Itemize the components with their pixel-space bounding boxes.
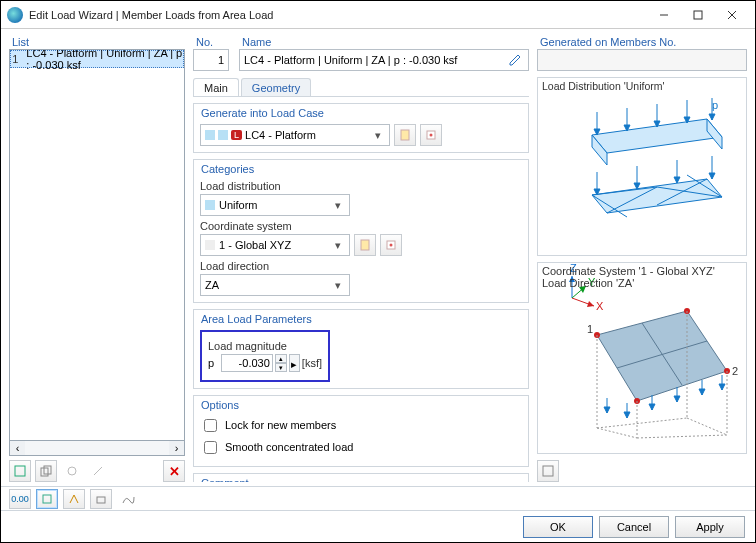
loadcase-group: Generate into Load Case L LC4 - Platform…: [193, 103, 529, 153]
svg-marker-52: [597, 311, 727, 401]
no-value: 1: [218, 54, 224, 66]
scroll-right-icon[interactable]: ›: [169, 441, 184, 455]
lock-checkbox-row[interactable]: Lock for new members: [200, 416, 522, 435]
name-label: Name: [239, 35, 529, 49]
maximize-button[interactable]: [681, 4, 715, 26]
smooth-checkbox-row[interactable]: Smooth concentrated load: [200, 438, 522, 457]
toolbar-button-3[interactable]: [61, 460, 83, 482]
list-item-label: LC4 - Platform | Uniform | ZA | p : -0.0…: [22, 49, 183, 71]
tab-geometry[interactable]: Geometry: [241, 78, 311, 96]
delete-icon: ✕: [169, 464, 180, 479]
magnitude-input[interactable]: [221, 354, 273, 372]
loadcase-combo[interactable]: L LC4 - Platform ▾: [200, 124, 390, 146]
svg-point-13: [390, 243, 393, 246]
toolbar-button-4[interactable]: [87, 460, 109, 482]
svg-text:1: 1: [587, 323, 593, 335]
name-field[interactable]: LC4 - Platform | Uniform | ZA | p : -0.0…: [239, 49, 529, 71]
copy-item-button[interactable]: [35, 460, 57, 482]
direction-combo[interactable]: ZA ▾: [200, 274, 350, 296]
svg-point-10: [430, 133, 433, 136]
loadcase-library-button[interactable]: [420, 124, 442, 146]
loadcase-title: Generate into Load Case: [198, 106, 524, 120]
svg-marker-72: [624, 412, 630, 418]
minimize-button[interactable]: [647, 4, 681, 26]
view-mode-1-button[interactable]: [36, 489, 58, 509]
title-bar: Edit Load Wizard | Member Loads from Are…: [1, 1, 755, 29]
params-title: Area Load Parameters: [198, 312, 524, 326]
params-group: Area Load Parameters Load magnitude p ▴▾…: [193, 309, 529, 389]
chevron-down-icon: ▾: [330, 238, 346, 254]
spin-buttons[interactable]: ▴▾: [275, 354, 287, 372]
svg-marker-47: [587, 301, 594, 307]
svg-rect-4: [15, 466, 25, 476]
svg-line-65: [597, 418, 687, 428]
list-scrollbar[interactable]: ‹ ›: [9, 441, 185, 456]
distribution-combo[interactable]: Uniform ▾: [200, 194, 350, 216]
view-mode-2-button[interactable]: [63, 489, 85, 509]
dialog-window: Edit Load Wizard | Member Loads from Are…: [0, 0, 756, 543]
svg-marker-80: [719, 384, 725, 390]
coordinate-preview: Coordinate System '1 - Global XYZ' Load …: [537, 262, 747, 454]
load-magnitude-highlight: Load magnitude p ▴▾ ▸ [ksf]: [200, 330, 330, 382]
dist-color-icon: [205, 200, 215, 210]
new-coord-button[interactable]: [354, 234, 376, 256]
scroll-left-icon[interactable]: ‹: [10, 441, 25, 455]
magnitude-symbol: p: [208, 357, 219, 369]
lc-tag: L: [231, 130, 242, 140]
dist-preview-title: Load Distribution 'Uniform': [542, 80, 664, 92]
preview-settings-button[interactable]: [537, 460, 559, 482]
svg-line-68: [687, 418, 727, 435]
edit-name-icon[interactable]: [506, 51, 524, 69]
coord-library-button[interactable]: [380, 234, 402, 256]
gen-label: Generated on Members No.: [537, 35, 747, 49]
coordinate-combo[interactable]: 1 - Global XYZ ▾: [200, 234, 350, 256]
view-mode-3-button[interactable]: [90, 489, 112, 509]
tab-bar: Main Geometry: [193, 77, 529, 97]
script-button[interactable]: [117, 489, 139, 509]
close-button[interactable]: [715, 4, 749, 26]
svg-marker-27: [709, 114, 715, 120]
dialog-footer: OK Cancel Apply: [1, 510, 755, 542]
svg-marker-74: [649, 404, 655, 410]
list-title: List: [9, 35, 185, 49]
dist-label: Load distribution: [200, 180, 522, 192]
tab-main[interactable]: Main: [193, 78, 239, 96]
svg-marker-76: [674, 396, 680, 402]
categories-group: Categories Load distribution Uniform ▾ C…: [193, 159, 529, 303]
svg-text:X: X: [596, 300, 604, 312]
svg-rect-82: [43, 495, 51, 503]
svg-line-66: [637, 435, 727, 438]
magnitude-step-button[interactable]: ▸: [289, 354, 300, 372]
magnitude-unit: [ksf]: [302, 357, 322, 369]
lock-checkbox[interactable]: [204, 419, 217, 432]
svg-rect-11: [361, 240, 369, 250]
loadcase-value: LC4 - Platform: [245, 129, 316, 141]
new-loadcase-button[interactable]: [394, 124, 416, 146]
svg-rect-8: [401, 130, 409, 140]
list-item-num: 1: [11, 53, 22, 65]
wizard-list[interactable]: 1 LC4 - Platform | Uniform | ZA | p : -0…: [9, 49, 185, 441]
svg-point-7: [68, 467, 76, 475]
no-field[interactable]: 1: [193, 49, 229, 71]
list-item[interactable]: 1 LC4 - Platform | Uniform | ZA | p : -0…: [10, 50, 184, 68]
name-value: LC4 - Platform | Uniform | ZA | p : -0.0…: [244, 54, 457, 66]
lc-color-1: [205, 130, 215, 140]
app-icon: [7, 7, 23, 23]
smooth-checkbox[interactable]: [204, 441, 217, 454]
delete-item-button[interactable]: ✕: [163, 460, 185, 482]
units-button[interactable]: 0.00: [9, 489, 31, 509]
apply-button[interactable]: Apply: [675, 516, 745, 538]
svg-rect-81: [543, 466, 553, 476]
list-panel: List 1 LC4 - Platform | Uniform | ZA | p…: [9, 35, 185, 482]
chevron-down-icon: ▾: [330, 198, 346, 214]
generated-members-field: [537, 49, 747, 71]
distribution-value: Uniform: [219, 199, 258, 211]
distribution-diagram: p: [547, 87, 737, 247]
comment-group: Comment ▾: [193, 473, 529, 482]
scroll-track[interactable]: [25, 441, 169, 455]
new-item-button[interactable]: [9, 460, 31, 482]
cancel-button[interactable]: Cancel: [599, 516, 669, 538]
ok-button[interactable]: OK: [523, 516, 593, 538]
options-title: Options: [198, 398, 524, 412]
coord-preview-title: Coordinate System '1 - Global XYZ' Load …: [542, 265, 715, 289]
